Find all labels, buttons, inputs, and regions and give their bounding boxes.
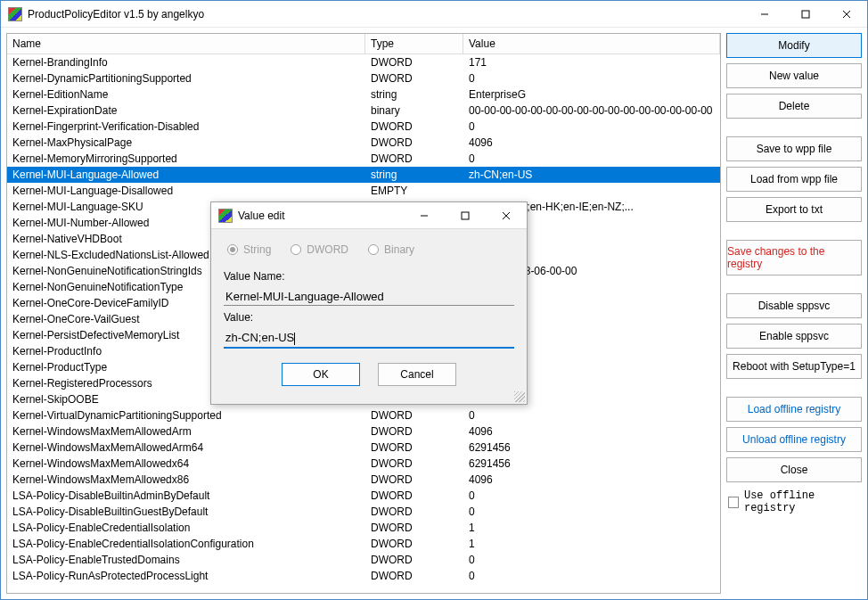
cell-value: 6291456: [463, 440, 720, 456]
table-row[interactable]: Kernel-WindowsMaxMemAllowedx64DWORD62914…: [7, 456, 720, 472]
cell-type: string: [365, 167, 463, 183]
svg-rect-1: [802, 11, 809, 18]
dialog-icon: [218, 209, 233, 223]
value-name-input[interactable]: Kernel-MUI-Language-Allowed: [224, 288, 514, 306]
cell-type: string: [365, 86, 463, 103]
cell-value: EnterpriseG: [463, 86, 720, 103]
table-row[interactable]: Kernel-MaxPhysicalPageDWORD4096: [7, 135, 720, 151]
cell-name: LSA-Policy-DisableBuiltinGuestByDefault: [7, 504, 365, 520]
cell-value: 0: [463, 504, 720, 520]
titlebar: ProductPolicyEditor v1.5 by angelkyo: [1, 1, 867, 28]
table-row[interactable]: Kernel-ExpirationDatebinary00-00-00-00-0…: [7, 103, 720, 119]
save-registry-button[interactable]: Save changes to the registry: [726, 240, 862, 275]
cell-type: DWORD: [365, 552, 463, 568]
table-row[interactable]: Kernel-WindowsMaxMemAllowedArm64DWORD629…: [7, 440, 720, 456]
cell-type: DWORD: [365, 407, 463, 423]
cell-type: DWORD: [365, 472, 463, 488]
cell-type: DWORD: [365, 151, 463, 167]
cell-type: DWORD: [365, 568, 463, 584]
main-window: ProductPolicyEditor v1.5 by angelkyo Nam…: [0, 0, 868, 600]
dialog-title: Value edit: [238, 210, 404, 222]
disable-sppsvc-button[interactable]: Disable sppsvc: [726, 293, 862, 318]
modify-button[interactable]: Modify: [726, 33, 862, 58]
load-wpp-button[interactable]: Load from wpp file: [726, 167, 862, 192]
maximize-button[interactable]: [785, 1, 826, 28]
ok-button[interactable]: OK: [282, 363, 360, 386]
resize-grip-icon[interactable]: [514, 391, 525, 402]
column-header-value[interactable]: Value: [463, 34, 720, 53]
save-wpp-button[interactable]: Save to wpp file: [726, 136, 862, 161]
cell-type: binary: [365, 103, 463, 119]
enable-sppsvc-button[interactable]: Enable sppsvc: [726, 324, 862, 349]
value-edit-dialog: Value edit String DWORD Binary Value Nam…: [210, 201, 528, 405]
table-row[interactable]: Kernel-EditionNamestringEnterpriseG: [7, 86, 720, 103]
cell-name: Kernel-WindowsMaxMemAllowedx86: [7, 472, 365, 488]
cell-value: 1: [463, 520, 720, 536]
table-row[interactable]: LSA-Policy-DisableBuiltinAdminByDefaultD…: [7, 488, 720, 504]
minimize-button[interactable]: [744, 1, 785, 28]
table-row[interactable]: Kernel-MemoryMirroringSupportedDWORD0: [7, 151, 720, 167]
cell-value: 0: [463, 151, 720, 167]
cell-name: LSA-Policy-EnableCredentialIsolation: [7, 520, 365, 536]
cell-type: DWORD: [365, 54, 463, 70]
table-row[interactable]: LSA-Policy-DisableBuiltinGuestByDefaultD…: [7, 504, 720, 520]
cancel-button[interactable]: Cancel: [378, 363, 456, 386]
cell-type: DWORD: [365, 440, 463, 456]
table-row[interactable]: Kernel-Fingerprint-Verification-Disabled…: [7, 119, 720, 135]
cell-value: 1: [463, 536, 720, 552]
close-button[interactable]: [826, 1, 867, 28]
cell-value: 4096: [463, 423, 720, 440]
radio-string: String: [227, 243, 271, 256]
cell-type: DWORD: [365, 70, 463, 86]
table-row[interactable]: LSA-Policy-EnableCredentialIsolationConf…: [7, 536, 720, 552]
use-offline-row[interactable]: Use offline registry: [726, 488, 862, 516]
cell-value: 0: [463, 552, 720, 568]
cell-name: Kernel-MUI-Language-Allowed: [7, 167, 365, 183]
cell-type: DWORD: [365, 456, 463, 472]
table-row[interactable]: LSA-Policy-RunAsProtectedProcessLightDWO…: [7, 568, 720, 584]
text-cursor: [294, 333, 295, 345]
cell-name: Kernel-WindowsMaxMemAllowedx64: [7, 456, 365, 472]
cell-name: LSA-Policy-RunAsProtectedProcessLight: [7, 568, 365, 584]
close-app-button[interactable]: Close: [726, 457, 862, 482]
cell-type: DWORD: [365, 488, 463, 504]
reboot-button[interactable]: Reboot with SetupType=1: [726, 354, 862, 379]
table-row[interactable]: Kernel-BrandingInfoDWORD171: [7, 54, 720, 70]
table-row[interactable]: Kernel-MUI-Language-Allowedstringzh-CN;e…: [7, 167, 720, 183]
dialog-maximize-button[interactable]: [445, 202, 486, 229]
column-header-name[interactable]: Name: [7, 34, 365, 53]
value-input[interactable]: zh-CN;en-US: [224, 329, 514, 349]
cell-name: Kernel-BrandingInfo: [7, 54, 365, 70]
table-row[interactable]: Kernel-MUI-Language-DisallowedEMPTY: [7, 183, 720, 199]
dialog-minimize-button[interactable]: [404, 202, 445, 229]
radio-binary: Binary: [368, 243, 414, 256]
delete-button[interactable]: Delete: [726, 94, 862, 119]
cell-type: DWORD: [365, 119, 463, 135]
cell-value: 0: [463, 488, 720, 504]
load-offline-button[interactable]: Load offline registry: [726, 397, 862, 422]
table-row[interactable]: Kernel-DynamicPartitioningSupportedDWORD…: [7, 70, 720, 86]
column-header-type[interactable]: Type: [365, 34, 463, 53]
window-title: ProductPolicyEditor v1.5 by angelkyo: [28, 8, 744, 21]
cell-name: LSA-Policy-DisableBuiltinAdminByDefault: [7, 488, 365, 504]
cell-name: LSA-Policy-EnableCredentialIsolationConf…: [7, 536, 365, 552]
value-label: Value:: [224, 311, 514, 324]
new-value-button[interactable]: New value: [726, 63, 862, 88]
use-offline-checkbox[interactable]: [728, 497, 739, 508]
table-row[interactable]: LSA-Policy-EnableTrustedDomainsDWORD0: [7, 552, 720, 568]
dialog-close-button[interactable]: [486, 202, 527, 229]
cell-name: Kernel-WindowsMaxMemAllowedArm64: [7, 440, 365, 456]
cell-name: Kernel-ExpirationDate: [7, 103, 365, 119]
table-row[interactable]: Kernel-VirtualDynamicPartitioningSupport…: [7, 407, 720, 423]
cell-type: DWORD: [365, 520, 463, 536]
cell-name: Kernel-VirtualDynamicPartitioningSupport…: [7, 407, 365, 423]
table-row[interactable]: Kernel-WindowsMaxMemAllowedx86DWORD4096: [7, 472, 720, 488]
table-row[interactable]: Kernel-WindowsMaxMemAllowedArmDWORD4096: [7, 423, 720, 440]
cell-type: EMPTY: [365, 183, 463, 199]
cell-value: [463, 183, 720, 199]
table-row[interactable]: LSA-Policy-EnableCredentialIsolationDWOR…: [7, 520, 720, 536]
unload-offline-button[interactable]: Unload offline registry: [726, 427, 862, 452]
cell-name: LSA-Policy-EnableTrustedDomains: [7, 552, 365, 568]
type-radio-group: String DWORD Binary: [224, 240, 514, 265]
export-txt-button[interactable]: Export to txt: [726, 197, 862, 222]
